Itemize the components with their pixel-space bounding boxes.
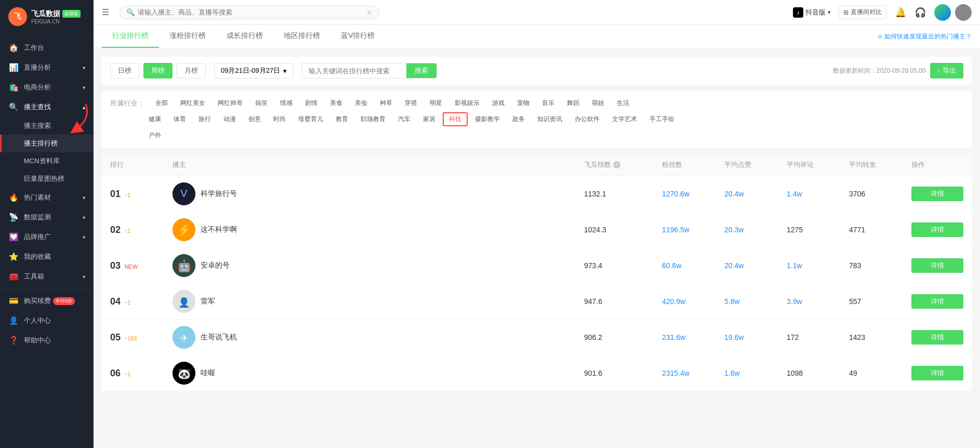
clear-icon[interactable]: ✕: [366, 8, 373, 17]
date-range-select[interactable]: 09月21日-09月27日 ▾: [214, 63, 294, 78]
industry-tag-baby[interactable]: 母婴育儿: [293, 113, 328, 125]
industry-tag-literature[interactable]: 文学艺术: [607, 113, 642, 125]
shopping-icon: 🛍️: [8, 83, 19, 92]
industry-tag-creative[interactable]: 创意: [243, 113, 266, 125]
arrow-up-icon: ▴: [83, 104, 85, 110]
sidebar-item-data-monitor[interactable]: 📡 数据监测 ▾: [0, 207, 94, 227]
industry-tag-health[interactable]: 健康: [143, 113, 166, 125]
industry-tag-film-ent[interactable]: 影视娱乐: [449, 97, 485, 109]
industry-tag-drama[interactable]: 剧情: [300, 97, 323, 109]
sidebar-item-help[interactable]: ❓ 帮助中心: [0, 331, 94, 350]
industry-tag-car[interactable]: 汽车: [393, 113, 416, 125]
sidebar-item-brand-promo[interactable]: 💟 品牌推广 ▾: [0, 227, 94, 247]
sidebar-item-personal[interactable]: 👤 个人中心: [0, 311, 94, 331]
sidebar-item-mcn[interactable]: MCN资料库: [0, 152, 94, 170]
industry-tag-career-edu[interactable]: 职场教育: [355, 113, 391, 125]
svg-text:🐼: 🐼: [178, 367, 191, 380]
sidebar-item-live-analysis[interactable]: 📊 直播分析 ▾: [0, 58, 94, 77]
menu-icon[interactable]: ☰: [102, 7, 109, 17]
rank-cell: 01 ↑1: [110, 189, 173, 200]
industry-tag-celebrity[interactable]: 明星: [425, 97, 447, 109]
avatar2[interactable]: [955, 4, 972, 21]
detail-button[interactable]: 详情: [911, 366, 963, 380]
industry-tag-beauty-girl[interactable]: 网红美女: [175, 97, 210, 109]
industry-tag-pet[interactable]: 宠物: [512, 97, 535, 109]
sidebar-item-toolbox[interactable]: 🧰 工具箱 ▾: [0, 267, 94, 286]
sidebar-item-star-chart[interactable]: 巨量星图热榜: [0, 170, 94, 188]
sidebar-item-my-collection[interactable]: ⭐ 我的收藏: [0, 247, 94, 267]
hot-streamer-hint[interactable]: ⊙ 如何快速发现最近的热门播主？: [878, 32, 972, 41]
industry-tag-music[interactable]: 音乐: [537, 97, 560, 109]
nav-divider: [0, 288, 94, 289]
industry-tag-travel[interactable]: 旅行: [193, 113, 216, 125]
industry-filter: 所属行业： 全部 网红美女 网红帅哥 搞笑 情感 剧情 美食 美妆 种草 穿搭 …: [102, 91, 972, 148]
industry-tag-home[interactable]: 家居: [418, 113, 441, 125]
sidebar-item-hot-material[interactable]: 🔥 热门素材 ▾: [0, 188, 94, 207]
industry-tag-sports[interactable]: 体育: [168, 113, 191, 125]
detail-button[interactable]: 详情: [911, 330, 963, 345]
industry-tag-fashion2[interactable]: 时尚: [268, 113, 291, 125]
headset-icon[interactable]: 🎧: [915, 7, 926, 18]
keyword-search-btn[interactable]: 搜索: [406, 63, 436, 78]
sidebar-item-streamer-search[interactable]: 🔍 播主查找 ▴: [0, 97, 94, 117]
industry-tag-food[interactable]: 美食: [325, 97, 348, 109]
bell-icon[interactable]: 🔔: [895, 7, 906, 18]
platform-selector[interactable]: ♪ 抖音版 ▾: [793, 7, 830, 18]
detail-button[interactable]: 详情: [911, 187, 963, 201]
period-daily-btn[interactable]: 日榜: [110, 63, 139, 78]
industry-tag-fashion[interactable]: 穿搭: [400, 97, 422, 109]
search-magnifier-icon: 🔍: [126, 8, 135, 16]
tab-industry[interactable]: 行业排行榜: [102, 25, 159, 48]
bar-chart-icon: 📊: [8, 63, 19, 72]
sidebar-item-streamer-ranking[interactable]: 播主排行榜: [0, 135, 94, 152]
period-monthly-btn[interactable]: 月榜: [177, 63, 206, 78]
content-area: 日榜 周榜 月榜 09月21日-09月27日 ▾ 搜索 数据更新时间：2020-…: [94, 48, 980, 448]
detail-button[interactable]: 详情: [911, 222, 963, 237]
industry-tag-grass[interactable]: 种草: [375, 97, 398, 109]
export-button[interactable]: ↑ 导出: [930, 63, 964, 78]
tab-growth[interactable]: 涨粉排行榜: [159, 25, 216, 48]
tab-rising[interactable]: 成长排行榜: [216, 25, 273, 48]
detail-button[interactable]: 详情: [911, 294, 963, 309]
industry-tag-knowledge[interactable]: 知识资讯: [532, 113, 567, 125]
logo-text: 飞瓜数据 超级版 FEIGUA.CN: [31, 9, 81, 24]
period-weekly-btn[interactable]: 周榜: [143, 63, 173, 78]
industry-tag-dance[interactable]: 舞蹈: [562, 97, 585, 109]
detail-button[interactable]: 详情: [911, 258, 963, 273]
heart-icon: 💟: [8, 232, 19, 242]
industry-tag-funny[interactable]: 搞笑: [250, 97, 273, 109]
keyword-input[interactable]: [302, 64, 406, 77]
industry-tag-game[interactable]: 游戏: [487, 97, 510, 109]
tab-bluev[interactable]: 蓝V排行榜: [330, 25, 385, 48]
sidebar-item-ecom-analysis[interactable]: 🛍️ 电商分析 ▾: [0, 77, 94, 97]
svg-text:🤖: 🤖: [177, 259, 192, 273]
industry-tag-emotion[interactable]: 情感: [275, 97, 298, 109]
sidebar-item-streamer-search-sub[interactable]: 播主搜索: [0, 117, 94, 135]
arrow-icon: ▾: [83, 234, 85, 240]
industry-tag-office[interactable]: 办公软件: [570, 113, 605, 125]
sidebar-item-subscription[interactable]: 💳 购买续费 年付6折: [0, 291, 94, 311]
industry-tag-education[interactable]: 教育: [330, 113, 353, 125]
industry-tag-anime[interactable]: 动漫: [218, 113, 241, 125]
search-bar[interactable]: 🔍 ✕: [120, 6, 379, 19]
industry-tag-handmade[interactable]: 手工手绘: [644, 113, 680, 125]
search-input[interactable]: [138, 8, 366, 16]
industry-tag-cute[interactable]: 萌娃: [587, 97, 610, 109]
info-icon: i: [613, 161, 620, 168]
industry-row-1: 所属行业： 全部 网红美女 网红帅哥 搞笑 情感 剧情 美食 美妆 种草 穿搭 …: [110, 97, 963, 109]
industry-tag-all[interactable]: 全部: [150, 97, 173, 109]
compare-button[interactable]: ⊞ 直播间对比: [839, 5, 886, 19]
star-icon: ⭐: [8, 252, 19, 261]
industry-tag-makeup[interactable]: 美妆: [350, 97, 373, 109]
sidebar-item-workbench[interactable]: 🏠 工作台: [0, 38, 94, 58]
industry-tag-tech[interactable]: 科技: [443, 112, 468, 126]
industry-tag-outdoor[interactable]: 户外: [143, 129, 166, 141]
avatar[interactable]: [934, 4, 951, 21]
industry-tag-photo-teach[interactable]: 摄影教学: [470, 113, 505, 125]
ranking-table: 排行 播主 飞瓜指数 i 粉丝数 平均点赞 平均评论 平均转发 操作 01 ↑1: [102, 154, 972, 391]
industry-tag-politics[interactable]: 政务: [507, 113, 530, 125]
industry-tag-life[interactable]: 生活: [612, 97, 634, 109]
search-icon: 🔍: [8, 102, 19, 112]
industry-tag-handsome-guy[interactable]: 网红帅哥: [213, 97, 248, 109]
tab-region[interactable]: 地区排行榜: [273, 25, 330, 48]
